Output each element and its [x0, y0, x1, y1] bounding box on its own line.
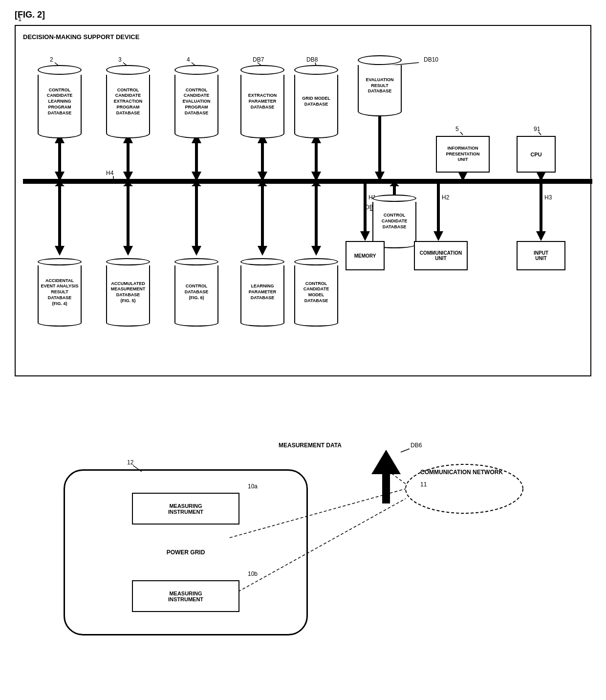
bottom-section: MEASUREMENT DATA DB6 COMMUNICATION NETWO… — [15, 406, 591, 650]
svg-rect-0 — [23, 179, 592, 184]
communication-unit-label: COMMUNICATIONUNIT — [420, 250, 462, 261]
instrument-b-ref: 10b — [248, 570, 258, 577]
svg-marker-23 — [390, 181, 399, 186]
cpu-box: CPU — [517, 136, 556, 173]
db-top-1-label: CONTROLCANDIDATELEARNINGPROGRAMDATABASE — [47, 88, 72, 116]
svg-text:MEASUREMENT DATA: MEASUREMENT DATA — [279, 442, 342, 449]
db9-label: CONTROLCANDIDATEDATABASE — [382, 213, 407, 230]
device-box: 1 DECISION-MAKING SUPPORT DEVICE H4 — [15, 25, 591, 376]
db4-bottom-label: LEARNINGPARAMETERDATABASE — [249, 284, 276, 301]
memory-label: MEMORY — [354, 253, 376, 259]
db2-bottom-cylinder: ACCUMULATEDMEASUREMENTDATABASE(FIG. 5) — [106, 258, 150, 327]
db9-cylinder: CONTROLCANDIDATEDATABASE — [372, 195, 416, 248]
power-grid-label: POWER GRID — [167, 549, 205, 556]
svg-marker-43 — [311, 246, 321, 256]
svg-marker-37 — [192, 246, 201, 256]
svg-text:11: 11 — [420, 481, 427, 488]
info-presentation-label: INFORMATIONPRESENTATIONUNIT — [446, 146, 479, 163]
svg-marker-11 — [192, 172, 201, 181]
db5-bottom-cylinder: CONTROLCANDIDATEMODEL DATABASE — [294, 258, 338, 327]
svg-text:H2: H2 — [442, 194, 450, 201]
figure-label: [FIG. 2] — [15, 10, 591, 20]
svg-marker-41 — [258, 181, 267, 186]
measuring-instrument-b-label: MEASURINGINSTRUMENT — [168, 591, 203, 602]
power-grid-box: 10a MEASURINGINSTRUMENT POWER GRID 10b M… — [64, 469, 308, 635]
svg-text:12: 12 — [127, 459, 134, 466]
svg-marker-31 — [55, 246, 65, 256]
svg-marker-34 — [123, 246, 133, 256]
svg-marker-40 — [258, 246, 267, 256]
svg-text:5: 5 — [455, 126, 459, 132]
svg-marker-82 — [371, 450, 401, 503]
db5-bottom-label: CONTROLCANDIDATEMODEL DATABASE — [296, 281, 336, 304]
device-label: DECISION-MAKING SUPPORT DEVICE — [23, 33, 583, 41]
memory-box: MEMORY — [346, 241, 385, 270]
db1-cylinder: ACCIDENTALEVENT ANALYSISRESULT DATABASE(… — [38, 258, 82, 327]
svg-marker-32 — [55, 181, 65, 186]
svg-marker-29 — [536, 172, 546, 181]
db3-bottom-label: CONTROLDATABASE(FIG. 6) — [185, 284, 209, 301]
device-ref: 1 — [18, 15, 22, 22]
cpu-label: CPU — [530, 152, 541, 157]
svg-text:DB7: DB7 — [253, 56, 264, 63]
db7-label: EXTRACTIONPARAMETERDATABASE — [248, 93, 277, 110]
svg-text:DB10: DB10 — [424, 56, 438, 63]
svg-marker-44 — [311, 181, 321, 186]
db4-bottom-cylinder: LEARNINGPARAMETERDATABASE — [240, 258, 284, 327]
db8-label: GRID MODELDATABASE — [302, 96, 330, 107]
svg-text:3: 3 — [118, 56, 122, 63]
measuring-instrument-a: MEASURINGINSTRUMENT — [132, 493, 239, 525]
svg-text:DB6: DB6 — [411, 442, 422, 449]
svg-text:4: 4 — [187, 56, 190, 63]
db10-label: EVALUATIONRESULTDATABASE — [366, 77, 393, 94]
db1-label: ACCIDENTALEVENT ANALYSISRESULT DATABASE(… — [40, 278, 80, 306]
svg-marker-35 — [123, 181, 133, 186]
db4-cylinder: CONTROLCANDIDATEEVALUATIONPROGRAMDATABAS… — [174, 65, 218, 138]
db10-cylinder: EVALUATIONRESULTDATABASE — [358, 55, 402, 116]
svg-text:91: 91 — [534, 126, 541, 132]
communication-unit-box: COMMUNICATIONUNIT — [414, 241, 468, 270]
svg-line-85 — [401, 449, 410, 452]
svg-marker-17 — [311, 172, 321, 181]
svg-marker-14 — [258, 172, 267, 181]
measuring-instrument-b: MEASURINGINSTRUMENT — [132, 580, 239, 612]
svg-marker-5 — [55, 172, 65, 181]
diagram-area: H4 — [23, 48, 592, 366]
svg-text:H4: H4 — [106, 170, 114, 176]
db-top-2-label: CONTROLCANDIDATEEXTRACTIONPROGRAMDATABAS… — [114, 88, 143, 116]
svg-marker-46 — [360, 231, 370, 241]
svg-marker-8 — [123, 172, 133, 181]
svg-line-69 — [539, 132, 541, 135]
db3-cylinder: CONTROLCANDIDATEEXTRACTIONPROGRAMDATABAS… — [106, 65, 150, 138]
svg-line-91 — [386, 469, 406, 484]
db-top-3-label: CONTROLCANDIDATEEVALUATIONPROGRAMDATABAS… — [182, 88, 210, 116]
db2-cylinder: CONTROLCANDIDATELEARNINGPROGRAMDATABASE — [38, 65, 82, 138]
svg-text:COMMUNICATION NETWORK: COMMUNICATION NETWORK — [420, 469, 503, 476]
svg-line-67 — [460, 132, 463, 135]
measuring-instrument-a-label: MEASURINGINSTRUMENT — [168, 503, 203, 515]
db7-cylinder: EXTRACTIONPARAMETERDATABASE — [240, 65, 284, 138]
db2-bottom-label: ACCUMULATEDMEASUREMENTDATABASE(FIG. 5) — [111, 281, 146, 304]
input-unit-box: INPUTUNIT — [517, 241, 565, 270]
page-container: [FIG. 2] 1 DECISION-MAKING SUPPORT DEVIC… — [0, 0, 606, 660]
svg-marker-49 — [433, 231, 443, 241]
svg-text:H3: H3 — [544, 194, 552, 201]
db3-bottom-cylinder: CONTROLDATABASE(FIG. 6) — [174, 258, 218, 327]
svg-point-88 — [406, 464, 523, 513]
svg-text:DB8: DB8 — [306, 56, 318, 63]
input-unit-label: INPUTUNIT — [534, 250, 548, 261]
svg-marker-38 — [192, 181, 201, 186]
svg-marker-20 — [375, 172, 385, 181]
svg-marker-52 — [536, 231, 546, 241]
svg-marker-26 — [458, 172, 468, 181]
instrument-a-ref: 10a — [248, 483, 258, 490]
info-presentation-unit: INFORMATIONPRESENTATIONUNIT — [436, 136, 490, 173]
db8-cylinder: GRID MODELDATABASE — [294, 65, 338, 138]
svg-text:2: 2 — [50, 56, 53, 63]
